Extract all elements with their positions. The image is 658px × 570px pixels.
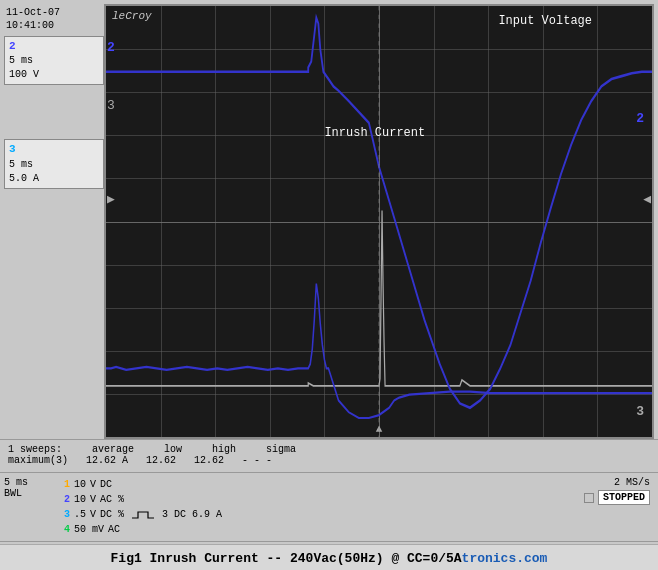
ch3-val: .5 [74, 507, 86, 522]
high-val: 12.62 [194, 455, 224, 466]
ci-row-ch3: 3 .5 V DC % 3 DC 6.9 A [64, 507, 584, 522]
date-display: 11-Oct-07 [6, 6, 102, 19]
high-label: high [212, 444, 236, 455]
ci-channels: 1 10 V DC 2 10 V AC % 3 .5 V DC % 3 DC [64, 477, 584, 537]
bwl-display: BWL [4, 488, 64, 499]
low-label: low [164, 444, 182, 455]
average-val: 12.62 A [86, 455, 128, 466]
ci-left: 5 ms BWL [4, 477, 64, 499]
brand-text: tronics.com [462, 551, 548, 566]
stopped-icon [584, 493, 594, 503]
channel2-box: 2 5 ms 100 V [4, 36, 104, 85]
ch4-val: 50 mV [74, 522, 104, 537]
sigma-val: - - - [242, 455, 272, 466]
ch2-num: 2 [64, 492, 70, 507]
stats-area: 1 sweeps: average low high sigma maximum… [0, 439, 658, 470]
scope-screen: leCroy Input Voltage Inrush Current 2 3 … [104, 4, 654, 439]
ch4-mode: AC [108, 522, 120, 537]
ch2-scale: 100 V [9, 68, 99, 82]
sweeps-label: 1 sweeps: [8, 444, 62, 455]
square-wave-icon [132, 510, 154, 520]
caption-bar: Fig1 Inrush Current -- 240Vac(50Hz) @ CC… [0, 544, 658, 570]
ch1-val: 10 [74, 477, 86, 492]
ch2-mode: AC % [100, 492, 124, 507]
ci-row-ch4: 4 50 mV AC [64, 522, 584, 537]
ch1-unit: V [90, 477, 96, 492]
maximum-label: maximum(3) [8, 455, 68, 466]
time-display: 10:41:00 [6, 19, 102, 32]
ch3-num: 3 [64, 507, 70, 522]
left-panel: 11-Oct-07 10:41:00 2 5 ms 100 V 3 5 ms 5… [4, 4, 104, 439]
ch1-mode: DC [100, 477, 112, 492]
ci-row-ch2: 2 10 V AC % [64, 492, 584, 507]
scope-area: 11-Oct-07 10:41:00 2 5 ms 100 V 3 5 ms 5… [0, 0, 658, 439]
ch2-number: 2 [9, 39, 99, 54]
low-val: 12.62 [146, 455, 176, 466]
ch3-unit: V [90, 507, 96, 522]
ch3-scale: 5.0 A [9, 172, 99, 186]
dc3-info: 3 DC 6.9 A [162, 507, 222, 522]
stats-values-row: maximum(3) 12.62 A 12.62 12.62 - - - [8, 455, 650, 466]
waveform-svg [106, 6, 652, 437]
datetime-box: 11-Oct-07 10:41:00 [4, 4, 104, 34]
divider2 [0, 541, 658, 542]
ch1-num: 1 [64, 477, 70, 492]
average-label: average [92, 444, 134, 455]
ch4-num: 4 [64, 522, 70, 537]
ci-row-ch1: 1 10 V DC [64, 477, 584, 492]
caption-text: Fig1 Inrush Current -- 240Vac(50Hz) @ CC… [111, 551, 462, 566]
ch3-timebase: 5 ms [9, 158, 99, 172]
ch2-timebase: 5 ms [9, 54, 99, 68]
status-badge: STOPPED [598, 490, 650, 505]
stats-header-row: 1 sweeps: average low high sigma [8, 444, 650, 455]
sigma-label: sigma [266, 444, 296, 455]
ch2-unit: V [90, 492, 96, 507]
channel3-box: 3 5 ms 5.0 A [4, 139, 104, 188]
ch3-number: 3 [9, 142, 99, 157]
timebase-display: 5 ms [4, 477, 64, 488]
main-container: 11-Oct-07 10:41:00 2 5 ms 100 V 3 5 ms 5… [0, 0, 658, 570]
ci-right: 2 MS/s STOPPED [584, 477, 650, 505]
channel-info-bottom: 5 ms BWL 1 10 V DC 2 10 V AC % 3 .5 V DC… [0, 475, 658, 539]
ch3-mode: DC % [100, 507, 124, 522]
sample-rate: 2 MS/s [614, 477, 650, 488]
ch2-val: 10 [74, 492, 86, 507]
status-row: STOPPED [584, 490, 650, 505]
divider1 [0, 472, 658, 473]
